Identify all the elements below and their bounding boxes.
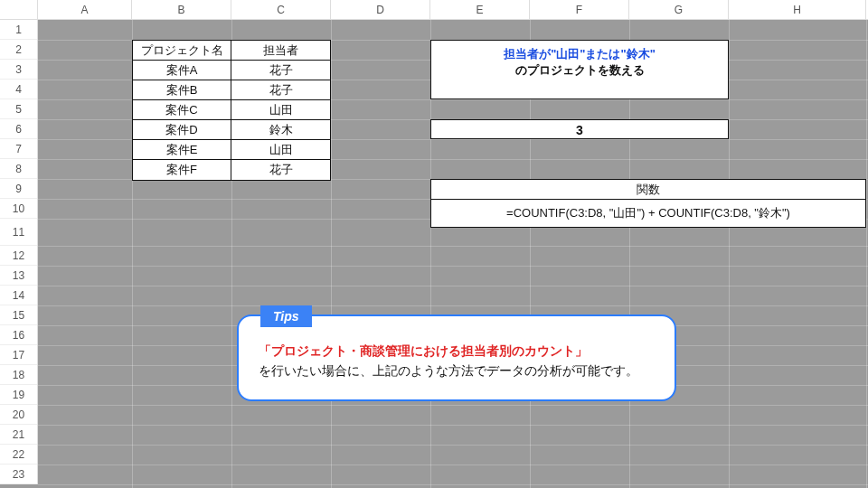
select-all-cell[interactable] bbox=[0, 0, 38, 19]
row-header-23[interactable]: 23 bbox=[0, 465, 37, 484]
table-row: 案件B花子 bbox=[133, 80, 330, 100]
cell-owner[interactable]: 花子 bbox=[231, 160, 330, 180]
row-header-4[interactable]: 4 bbox=[0, 80, 37, 99]
cell-project[interactable]: 案件F bbox=[133, 160, 231, 180]
row-header-22[interactable]: 22 bbox=[0, 445, 37, 465]
cell-owner[interactable]: 山田 bbox=[231, 140, 330, 160]
cell-owner[interactable]: 花子 bbox=[231, 80, 330, 100]
col-header-owner[interactable]: 担当者 bbox=[231, 41, 330, 61]
row-header-19[interactable]: 19 bbox=[0, 385, 37, 405]
row-headers: 1234567891011121314151617181920212223 bbox=[0, 20, 38, 484]
cell-project[interactable]: 案件A bbox=[133, 61, 231, 80]
cell-project[interactable]: 案件B bbox=[133, 80, 231, 100]
table-row: 案件E山田 bbox=[133, 140, 330, 160]
row-header-20[interactable]: 20 bbox=[0, 405, 37, 425]
row-header-9[interactable]: 9 bbox=[0, 179, 37, 199]
cell-owner[interactable]: 鈴木 bbox=[231, 120, 330, 140]
row-header-7[interactable]: 7 bbox=[0, 139, 37, 159]
row-header-6[interactable]: 6 bbox=[0, 119, 37, 139]
row-header-13[interactable]: 13 bbox=[0, 266, 37, 286]
formula-table: 関数=COUNTIF(C3:D8, "山田") + COUNTIF(C3:D8,… bbox=[430, 179, 866, 228]
cell-project[interactable]: 案件E bbox=[133, 140, 231, 160]
col-header-project[interactable]: プロジェクト名 bbox=[133, 41, 231, 61]
count-desc-line2: のプロジェクトを数える bbox=[431, 62, 728, 79]
row-header-8[interactable]: 8 bbox=[0, 159, 37, 179]
row-header-18[interactable]: 18 bbox=[0, 365, 37, 385]
row-header-15[interactable]: 15 bbox=[0, 305, 37, 325]
row-header-21[interactable]: 21 bbox=[0, 425, 37, 445]
project-table: プロジェクト名担当者案件A花子案件B花子案件C山田案件D鈴木案件E山田案件F花子 bbox=[132, 40, 331, 181]
tips-callout: Tips「プロジェクト・商談管理における担当者別のカウント」を行いたい場合に、上… bbox=[237, 314, 676, 401]
tips-body: を行いたい場合に、上記のような方法でデータの分析が可能です。 bbox=[259, 363, 655, 380]
col-header-G[interactable]: G bbox=[629, 0, 729, 19]
table-row: 案件C山田 bbox=[133, 100, 330, 120]
column-headers: ABCDEFGH bbox=[0, 0, 868, 20]
col-header-A[interactable]: A bbox=[38, 0, 132, 19]
row-header-10[interactable]: 10 bbox=[0, 199, 37, 219]
row-header-14[interactable]: 14 bbox=[0, 286, 37, 305]
row-header-2[interactable]: 2 bbox=[0, 40, 37, 60]
col-header-H[interactable]: H bbox=[729, 0, 866, 19]
table-row: 案件F花子 bbox=[133, 160, 330, 180]
count-desc-line1: 担当者が"山田"または"鈴木" bbox=[431, 46, 728, 62]
col-header-D[interactable]: D bbox=[331, 0, 430, 19]
tips-label: Tips bbox=[260, 305, 312, 327]
row-header-5[interactable]: 5 bbox=[0, 99, 37, 119]
col-header-F[interactable]: F bbox=[530, 0, 629, 19]
row-header-17[interactable]: 17 bbox=[0, 345, 37, 365]
formula-header[interactable]: 関数 bbox=[431, 180, 865, 200]
col-header-B[interactable]: B bbox=[132, 0, 231, 19]
row-header-11[interactable]: 11 bbox=[0, 219, 37, 246]
cell-project[interactable]: 案件D bbox=[133, 120, 231, 140]
cell-project[interactable]: 案件C bbox=[133, 100, 231, 120]
table-row: 案件A花子 bbox=[133, 61, 330, 80]
row-header-16[interactable]: 16 bbox=[0, 325, 37, 345]
cell-owner[interactable]: 山田 bbox=[231, 100, 330, 120]
col-header-C[interactable]: C bbox=[231, 0, 331, 19]
cell-owner[interactable]: 花子 bbox=[231, 61, 330, 80]
count-description-box: 担当者が"山田"または"鈴木"のプロジェクトを数える bbox=[430, 40, 729, 99]
table-row: 案件D鈴木 bbox=[133, 120, 330, 140]
row-header-1[interactable]: 1 bbox=[0, 20, 37, 40]
count-result[interactable]: 3 bbox=[430, 119, 729, 139]
tips-headline: 「プロジェクト・商談管理における担当者別のカウント」 bbox=[259, 343, 655, 360]
formula-body[interactable]: =COUNTIF(C3:D8, "山田") + COUNTIF(C3:D8, "… bbox=[431, 200, 865, 227]
col-header-E[interactable]: E bbox=[430, 0, 530, 19]
row-header-12[interactable]: 12 bbox=[0, 246, 37, 266]
row-header-3[interactable]: 3 bbox=[0, 60, 37, 80]
